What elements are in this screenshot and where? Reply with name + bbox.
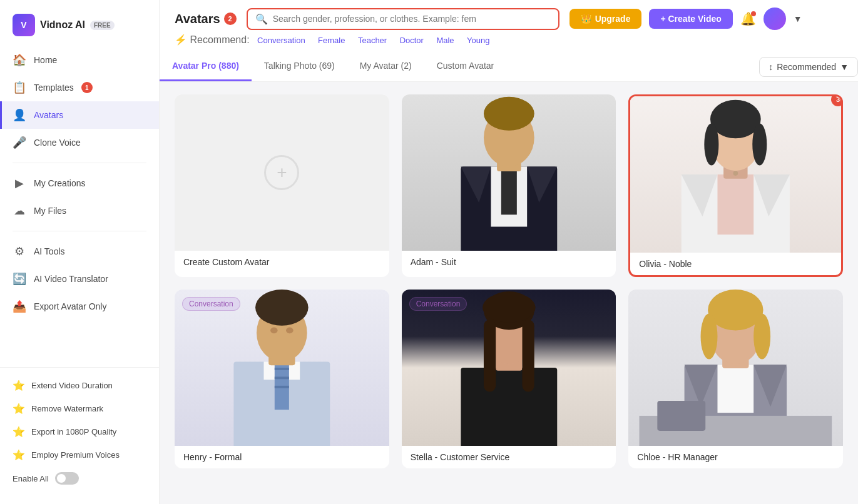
- sidebar-item-my-creations[interactable]: ▶ My Creations: [0, 169, 159, 197]
- header-title-area: Avatars 2: [175, 12, 237, 26]
- olivia-badge: 3: [831, 94, 843, 106]
- svg-rect-9: [718, 174, 754, 234]
- nav-divider-1: [13, 163, 146, 163]
- user-avatar[interactable]: [764, 8, 786, 30]
- avatar-card-stella[interactable]: Conversation: [402, 290, 616, 468]
- ai-video-translator-icon: 🔄: [13, 272, 26, 286]
- stella-conversation-tag: Conversation: [409, 297, 467, 311]
- recommend-tag-teacher[interactable]: Teacher: [353, 34, 392, 46]
- home-icon: 🏠: [13, 53, 26, 67]
- content-area: + Create Custom Avatar: [160, 82, 858, 504]
- avatar-img-chloe: [628, 290, 843, 446]
- avatar-grid: + Create Custom Avatar: [175, 82, 843, 468]
- crown-icon: 👑: [581, 14, 591, 24]
- avatar-label-henry: Henry - Formal: [175, 446, 389, 468]
- star-icon-1: ⭐: [13, 380, 25, 391]
- avatar-img-adam: [402, 94, 616, 251]
- plus-icon: +: [264, 155, 299, 190]
- avatar-label-olivia: Olivia - Noble: [630, 253, 841, 275]
- templates-badge: 1: [81, 82, 93, 93]
- svg-rect-37: [718, 365, 754, 413]
- recommend-tag-female[interactable]: Female: [313, 34, 350, 46]
- avatar-card-olivia[interactable]: 3: [628, 94, 843, 277]
- enable-all-toggle[interactable]: [55, 472, 79, 485]
- search-icon: 🔍: [255, 13, 268, 25]
- my-creations-icon: ▶: [13, 176, 26, 190]
- sidebar-item-clone-voice[interactable]: 🎤 Clone Voice: [0, 129, 159, 156]
- sidebar-label-templates: Templates: [34, 83, 74, 93]
- tabs: Avatar Pro (880) Talking Photo (69) My A…: [160, 52, 506, 81]
- sidebar-item-templates[interactable]: 📋 Templates 1: [0, 74, 159, 101]
- free-badge: FREE: [90, 21, 115, 30]
- logo-text: Vidnoz AI: [40, 19, 85, 31]
- notification-bell[interactable]: 🔔: [740, 11, 756, 26]
- svg-point-26: [255, 290, 309, 326]
- star-icon-4: ⭐: [13, 449, 25, 461]
- svg-point-17: [733, 171, 738, 176]
- henry-conversation-tag: Conversation: [182, 297, 240, 311]
- sidebar-label-home: Home: [34, 55, 57, 65]
- recommend-tag-doctor[interactable]: Doctor: [395, 34, 429, 46]
- header-row: Avatars 2 🔍 👑 Upgrade + Create Video 🔔 ▼: [160, 0, 858, 30]
- tab-my-avatar[interactable]: My Avatar (2): [347, 52, 424, 81]
- avatar-card-chloe[interactable]: Chloe - HR Manager: [628, 290, 843, 468]
- svg-point-5: [484, 97, 534, 131]
- recommend-tag-young[interactable]: Young: [462, 34, 494, 46]
- avatar-card-adam[interactable]: Adam - Suit: [402, 94, 616, 277]
- sort-button[interactable]: ↕ Recommended ▼: [759, 57, 858, 77]
- svg-point-35: [483, 293, 536, 323]
- sidebar-label-avatars: Avatars: [34, 110, 63, 120]
- my-files-icon: ☁: [13, 204, 26, 218]
- avatar-card-create-custom[interactable]: + Create Custom Avatar: [175, 94, 389, 277]
- avatar-card-henry[interactable]: Conversation: [175, 290, 389, 468]
- tab-custom-avatar[interactable]: Custom Avatar: [424, 52, 507, 81]
- svg-rect-21: [275, 368, 289, 370]
- sub-header: Avatar Pro (880) Talking Photo (69) My A…: [160, 52, 858, 82]
- svg-point-28: [286, 328, 294, 334]
- sidebar-item-export-avatar-only[interactable]: 📤 Export Avatar Only: [0, 293, 159, 320]
- svg-rect-33: [484, 320, 496, 391]
- enable-all-label: Enable All: [13, 474, 49, 483]
- templates-icon: 📋: [13, 81, 26, 94]
- sidebar-item-ai-tools[interactable]: ⚙ AI Tools: [0, 238, 159, 265]
- svg-point-13: [705, 123, 719, 165]
- avatar-label-create: Create Custom Avatar: [175, 251, 389, 273]
- ai-tools-icon: ⚙: [13, 244, 26, 258]
- adam-figure: [402, 94, 616, 251]
- tab-avatar-pro-label: Avatar Pro (880): [172, 61, 239, 71]
- logo-area: V Vidnoz AI FREE: [0, 8, 159, 46]
- premium-remove-watermark[interactable]: ⭐ Remove Watermark: [0, 397, 159, 420]
- sidebar-item-my-files[interactable]: ☁ My Files: [0, 197, 159, 224]
- premium-export-1080p[interactable]: ⭐ Export in 1080P Quality: [0, 420, 159, 443]
- upgrade-button[interactable]: 👑 Upgrade: [569, 9, 642, 29]
- recommend-label: ⚡ Recommend:: [175, 34, 250, 45]
- sort-icon: ↕: [769, 62, 773, 72]
- premium-extend-video[interactable]: ⭐ Extend Video Duration: [0, 374, 159, 397]
- create-placeholder: +: [264, 94, 299, 251]
- premium-voices[interactable]: ⭐ Employ Premium Voices: [0, 443, 159, 466]
- olivia-figure: [630, 96, 841, 253]
- sidebar-label-ai-video-translator: AI Video Translator: [34, 274, 108, 284]
- sidebar-item-avatars[interactable]: 👤 Avatars: [0, 101, 159, 129]
- main-content: Avatars 2 🔍 👑 Upgrade + Create Video 🔔 ▼…: [160, 0, 858, 504]
- user-menu-chevron[interactable]: ▼: [794, 14, 802, 24]
- search-bar[interactable]: 🔍: [247, 8, 559, 30]
- sidebar-label-my-creations: My Creations: [34, 178, 85, 188]
- sidebar-item-ai-video-translator[interactable]: 🔄 AI Video Translator: [0, 265, 159, 293]
- search-input[interactable]: [273, 14, 551, 24]
- svg-point-27: [270, 328, 278, 334]
- tab-avatar-pro[interactable]: Avatar Pro (880): [160, 52, 252, 81]
- sidebar-label-ai-tools: AI Tools: [34, 246, 65, 256]
- premium-section: ⭐ Extend Video Duration ⭐ Remove Waterma…: [0, 367, 159, 496]
- premium-label-remove-watermark: Remove Watermark: [31, 404, 103, 413]
- notification-dot: [751, 11, 756, 16]
- recommend-tag-male[interactable]: Male: [431, 34, 459, 46]
- tab-talking-photo[interactable]: Talking Photo (69): [252, 52, 347, 81]
- recommend-tag-conversation[interactable]: Conversation: [252, 34, 310, 46]
- sidebar-item-home[interactable]: 🏠 Home: [0, 46, 159, 74]
- tab-my-avatar-label: My Avatar (2): [360, 61, 412, 71]
- henry-figure: [175, 290, 389, 446]
- create-video-button[interactable]: + Create Video: [649, 9, 732, 29]
- sidebar-label-my-files: My Files: [34, 206, 66, 216]
- enable-all-row: Enable All: [0, 466, 159, 490]
